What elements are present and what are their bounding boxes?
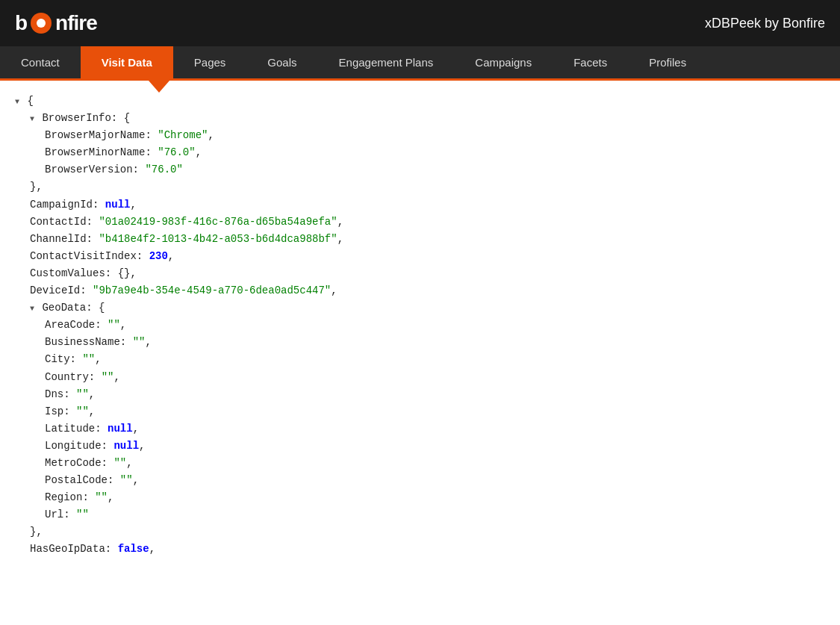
nav-item-visit-data[interactable]: Visit Data	[81, 46, 173, 78]
dns-line: Dns: "",	[15, 386, 825, 403]
browser-info-close: },	[15, 178, 825, 196]
contact-id-line: ContactId: "01a02419-983f-416c-876a-d65b…	[15, 214, 825, 231]
nav-item-facets[interactable]: Facets	[553, 46, 628, 78]
nav-item-pages[interactable]: Pages	[173, 46, 247, 78]
browser-major-name-line: BrowserMajorName: "Chrome",	[15, 127, 825, 144]
browser-minor-name-line: BrowserMinorName: "76.0",	[15, 144, 825, 161]
country-line: Country: "",	[15, 369, 825, 386]
nav-item-contact[interactable]: Contact	[0, 46, 81, 78]
json-tree: ▼ { ▼ BrowserInfo: { BrowserMajorName: "…	[15, 93, 825, 559]
nav-item-goals[interactable]: Goals	[246, 46, 317, 78]
header: b nfire xDBPeek by Bonfire	[0, 0, 840, 46]
geodata-open-line: ▼ GeoData: {	[15, 299, 825, 317]
root-toggle[interactable]: ▼	[15, 98, 19, 106]
businessname-line: BusinessName: "",	[15, 334, 825, 351]
city-line: City: "",	[15, 351, 825, 368]
geodata-close: },	[15, 523, 825, 541]
longitude-line: Longitude: null,	[15, 438, 825, 455]
region-line: Region: "",	[15, 489, 825, 506]
isp-line: Isp: "",	[15, 403, 825, 420]
postalcode-line: PostalCode: "",	[15, 472, 825, 489]
browser-version-line: BrowserVersion: "76.0"	[15, 161, 825, 178]
logo-text-rest: nfire	[55, 11, 97, 35]
nav-item-profiles[interactable]: Profiles	[628, 46, 707, 78]
main-nav: Contact Visit Data Pages Goals Engagemen…	[0, 46, 840, 81]
campaign-id-line: CampaignId: null,	[15, 196, 825, 214]
areacode-line: AreaCode: "",	[15, 317, 825, 334]
app-title: xDBPeek by Bonfire	[705, 16, 825, 31]
metrocode-line: MetroCode: "",	[15, 455, 825, 472]
latitude-line: Latitude: null,	[15, 420, 825, 438]
hasgeoipdata-line: HasGeoIpData: false,	[15, 541, 825, 558]
root-open: ▼ {	[15, 93, 825, 110]
content-area: ▼ { ▼ BrowserInfo: { BrowserMajorName: "…	[0, 81, 840, 613]
geodata-toggle[interactable]: ▼	[30, 305, 34, 313]
custom-values-line: CustomValues: {},	[15, 265, 825, 282]
logo-icon	[31, 13, 52, 34]
logo-text-b: b	[15, 11, 27, 35]
browserinfo-toggle[interactable]: ▼	[30, 115, 34, 123]
nav-item-engagement-plans[interactable]: Engagement Plans	[318, 46, 455, 78]
channel-id-line: ChannelId: "b418e4f2-1013-4b42-a053-b6d4…	[15, 231, 825, 248]
logo: b nfire	[15, 11, 97, 35]
browser-info-line: ▼ BrowserInfo: {	[15, 110, 825, 127]
nav-item-campaigns[interactable]: Campaigns	[454, 46, 553, 78]
url-line: Url: ""	[15, 506, 825, 523]
device-id-line: DeviceId: "9b7a9e4b-354e-4549-a770-6dea0…	[15, 282, 825, 299]
contact-visit-index-line: ContactVisitIndex: 230,	[15, 248, 825, 265]
nav-active-arrow	[149, 81, 169, 93]
